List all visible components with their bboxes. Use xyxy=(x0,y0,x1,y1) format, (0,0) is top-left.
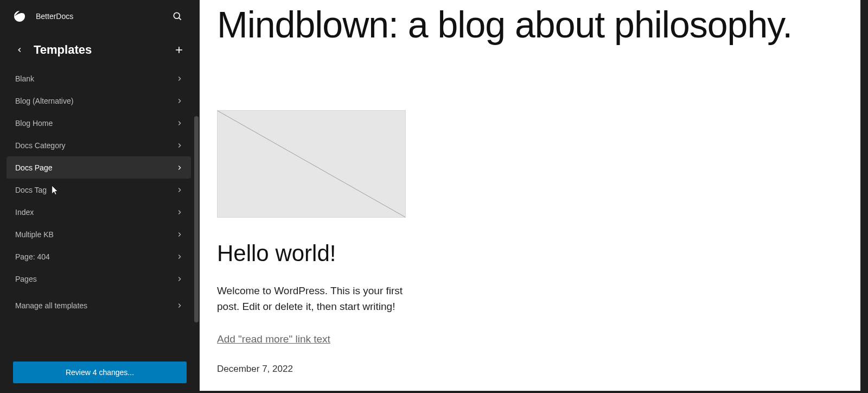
sidebar-footer: Review 4 changes... xyxy=(0,353,200,393)
chevron-right-icon xyxy=(176,186,183,194)
scrollbar-thumb[interactable] xyxy=(194,116,199,322)
placeholder-cross-icon xyxy=(218,111,405,217)
chevron-right-icon xyxy=(176,302,183,309)
sidebar-item-manage-all[interactable]: Manage all templates xyxy=(7,294,191,316)
svg-point-0 xyxy=(174,12,180,18)
post-preview: Hello world! Welcome to WordPress. This … xyxy=(217,110,412,375)
sidebar-item-label: Index xyxy=(15,208,34,217)
sidebar-item-label: Blank xyxy=(15,74,34,83)
sidebar-item-label: Docs Page xyxy=(15,163,52,172)
read-more-placeholder-input[interactable]: Add "read more" link text xyxy=(217,333,330,345)
template-preview-canvas[interactable]: Mindblown: a blog about philosophy. Hell… xyxy=(200,0,860,391)
template-list: Blank Blog (Alternative) Blog Home Docs … xyxy=(7,67,193,353)
svg-line-1 xyxy=(179,18,181,20)
sidebar-item-multiple-kb[interactable]: Multiple KB xyxy=(7,223,191,245)
back-button[interactable] xyxy=(13,43,26,56)
review-changes-button[interactable]: Review 4 changes... xyxy=(13,362,187,383)
chevron-right-icon xyxy=(176,275,183,283)
chevron-right-icon xyxy=(176,253,183,261)
post-featured-image-placeholder[interactable] xyxy=(217,110,406,218)
chevron-right-icon xyxy=(176,164,183,172)
chevron-right-icon xyxy=(176,75,183,83)
post-title[interactable]: Hello world! xyxy=(217,240,412,267)
sidebar-item-label: Pages xyxy=(15,275,37,283)
sidebar-item-docs-category[interactable]: Docs Category xyxy=(7,134,191,156)
svg-line-4 xyxy=(218,111,405,217)
chevron-left-icon xyxy=(16,46,23,54)
search-button[interactable] xyxy=(168,7,187,26)
top-bar: BetterDocs xyxy=(0,0,200,33)
wordpress-logo-icon[interactable] xyxy=(13,10,26,23)
chevron-right-icon xyxy=(176,142,183,149)
sidebar-item-label: Docs Tag xyxy=(15,186,47,194)
sidebar-item-label: Page: 404 xyxy=(15,252,50,261)
sidebar-item-blog-home[interactable]: Blog Home xyxy=(7,112,191,134)
sidebar-item-index[interactable]: Index xyxy=(7,201,191,223)
sidebar-item-page-404[interactable]: Page: 404 xyxy=(7,245,191,268)
sidebar-title: Templates xyxy=(34,43,164,57)
site-name[interactable]: BetterDocs xyxy=(36,12,158,21)
chevron-right-icon xyxy=(176,97,183,105)
post-date[interactable]: December 7, 2022 xyxy=(217,364,412,375)
plus-icon xyxy=(174,45,184,55)
sidebar-item-label: Blog (Alternative) xyxy=(15,97,73,105)
chevron-right-icon xyxy=(176,231,183,238)
sidebar-item-docs-tag[interactable]: Docs Tag xyxy=(7,179,191,201)
chevron-right-icon xyxy=(176,208,183,216)
editor-canvas-area: Mindblown: a blog about philosophy. Hell… xyxy=(200,0,868,393)
chevron-right-icon xyxy=(176,119,183,127)
site-tagline-heading[interactable]: Mindblown: a blog about philosophy. xyxy=(217,4,843,45)
sidebar-item-docs-page[interactable]: Docs Page xyxy=(7,156,191,179)
add-template-button[interactable] xyxy=(171,42,187,58)
sidebar-header: Templates xyxy=(0,33,200,64)
sidebar-item-blank[interactable]: Blank xyxy=(7,67,191,90)
sidebar-item-label: Manage all templates xyxy=(15,301,87,310)
post-excerpt[interactable]: Welcome to WordPress. This is your first… xyxy=(217,283,412,315)
sidebar-item-label: Blog Home xyxy=(15,119,53,128)
sidebar-item-label: Multiple KB xyxy=(15,230,54,239)
search-icon xyxy=(172,11,183,22)
sidebar-item-blog-alternative[interactable]: Blog (Alternative) xyxy=(7,90,191,112)
sidebar-item-label: Docs Category xyxy=(15,141,66,150)
sidebar: BetterDocs Templates Blank Blog (Alter xyxy=(0,0,200,393)
sidebar-item-pages[interactable]: Pages xyxy=(7,268,191,290)
